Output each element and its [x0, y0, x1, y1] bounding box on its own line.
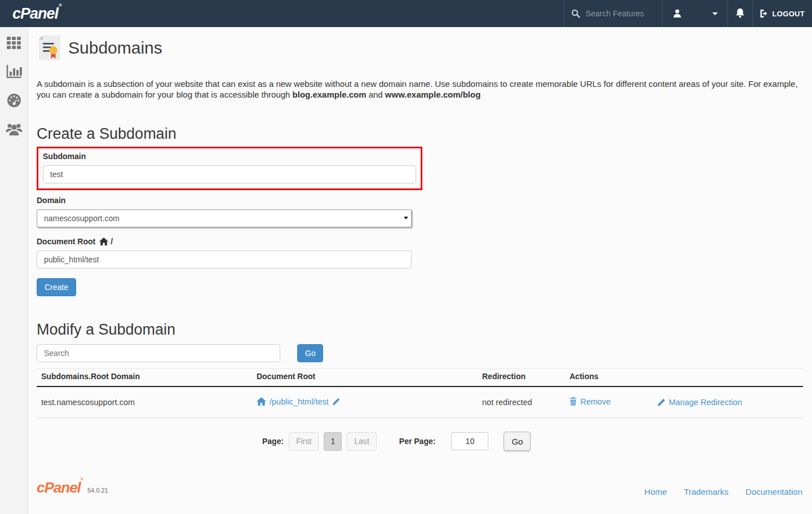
logout-icon: [760, 9, 769, 18]
sidebar-item-dashboard[interactable]: [6, 92, 23, 109]
table-search-input[interactable]: [37, 344, 280, 362]
sidebar-item-users[interactable]: [6, 121, 23, 138]
users-icon: [6, 122, 23, 137]
header-redirection: Redirection: [478, 368, 565, 386]
sidebar-item-features[interactable]: [6, 34, 23, 51]
cpanel-logo: cPanel®: [12, 5, 61, 23]
pagination-last-button[interactable]: Last: [347, 432, 376, 451]
manage-redirection-link[interactable]: Manage Redirection: [657, 398, 742, 407]
sidebar-item-statistics[interactable]: [6, 63, 23, 80]
subdomains-page-icon: [37, 35, 61, 61]
search-icon: [571, 9, 580, 18]
create-button[interactable]: Create: [37, 278, 76, 296]
table-search-row: Go: [37, 344, 803, 362]
sidebar: [0, 27, 28, 514]
page-shell: Subdomains A subdomain is a subsection o…: [0, 27, 812, 514]
docroot-input[interactable]: [37, 251, 412, 269]
subdomain-label: Subdomain: [43, 152, 416, 161]
example-url: www.example.com/blog: [385, 90, 480, 99]
home-icon: [257, 397, 266, 406]
page-header: Subdomains: [37, 35, 803, 61]
footer-links: Home Trademarks Documentation: [645, 487, 802, 497]
page-description: A subdomain is a subsection of your webs…: [37, 79, 803, 100]
pagination: Page: First 1 Last Per Page: Go: [262, 432, 803, 451]
chevron-down-icon: [712, 12, 718, 15]
footer: cPanel® 54.0.21 Home Trademarks Document…: [37, 479, 803, 497]
header-subdomain: Subdomains.Root Domain: [37, 368, 252, 386]
footer-link-documentation[interactable]: Documentation: [745, 487, 802, 497]
page-label: Page:: [262, 437, 284, 446]
notifications-button[interactable]: [727, 0, 752, 27]
bell-icon: [735, 8, 745, 19]
subdomain-field-highlight: Subdomain: [37, 147, 422, 190]
per-page-go-button[interactable]: Go: [504, 432, 531, 451]
domain-selected-value: namescosupport.com: [44, 214, 120, 223]
example-subdomain: blog.example.com: [293, 90, 367, 99]
topbar-right: LOGOUT: [563, 0, 812, 27]
select-caret-icon: [404, 210, 408, 227]
footer-link-home[interactable]: Home: [645, 487, 667, 497]
main-content: Subdomains A subdomain is a subsection o…: [28, 27, 812, 514]
trash-icon: [570, 397, 577, 406]
pencil-icon: [657, 398, 665, 407]
cell-docroot: /public_html/test: [252, 386, 478, 418]
per-page-label: Per Page:: [399, 437, 436, 446]
remove-link[interactable]: Remove: [570, 397, 611, 406]
page-title: Subdomains: [68, 38, 162, 58]
gauge-icon: [6, 93, 22, 108]
cpanel-footer-logo: cPanel®: [37, 479, 83, 497]
create-subdomain-heading: Create a Subdomain: [37, 125, 803, 143]
table-row: test.namescosupport.com /public_html/tes…: [37, 386, 803, 418]
cell-subdomain: test.namescosupport.com: [37, 386, 252, 418]
bar-chart-icon: [6, 64, 22, 79]
subdomain-input[interactable]: [43, 165, 416, 183]
domain-field-group: Domain namescosupport.com: [37, 196, 803, 227]
topbar-search[interactable]: [563, 0, 662, 27]
per-page-input[interactable]: [451, 432, 488, 450]
modify-subdomain-heading: Modify a Subdomain: [37, 321, 803, 339]
docroot-label: Document Root /: [37, 237, 803, 246]
pagination-current-page[interactable]: 1: [324, 432, 342, 451]
footer-brand: cPanel® 54.0.21: [37, 479, 108, 497]
topbar: cPanel® LOGOUT: [0, 0, 812, 27]
domain-select[interactable]: namescosupport.com: [37, 209, 412, 227]
pagination-first-button[interactable]: First: [289, 432, 319, 451]
docroot-link[interactable]: /public_html/test: [257, 397, 340, 406]
user-menu[interactable]: [662, 0, 727, 27]
cell-actions: Remove Manage Redirection: [565, 386, 803, 418]
logout-button[interactable]: LOGOUT: [752, 0, 812, 27]
footer-link-trademarks[interactable]: Trademarks: [684, 487, 729, 497]
header-docroot: Document Root: [252, 368, 478, 386]
header-actions: Actions: [565, 368, 803, 386]
docroot-field-group: Document Root /: [37, 237, 803, 269]
registered-mark: ®: [59, 3, 62, 8]
logout-label: LOGOUT: [773, 10, 805, 18]
search-features-input[interactable]: [586, 9, 654, 18]
user-icon: [672, 8, 682, 19]
domain-label: Domain: [37, 196, 803, 205]
table-header-row: Subdomains.Root Domain Document Root Red…: [37, 368, 803, 386]
subdomains-table: Subdomains.Root Domain Document Root Red…: [37, 368, 803, 419]
cell-redirection: not redirected: [478, 386, 565, 418]
search-go-button[interactable]: Go: [297, 344, 323, 362]
pencil-icon: [332, 398, 340, 406]
home-icon: [99, 238, 108, 245]
version-label: 54.0.21: [87, 487, 108, 494]
grid-icon: [7, 37, 21, 49]
